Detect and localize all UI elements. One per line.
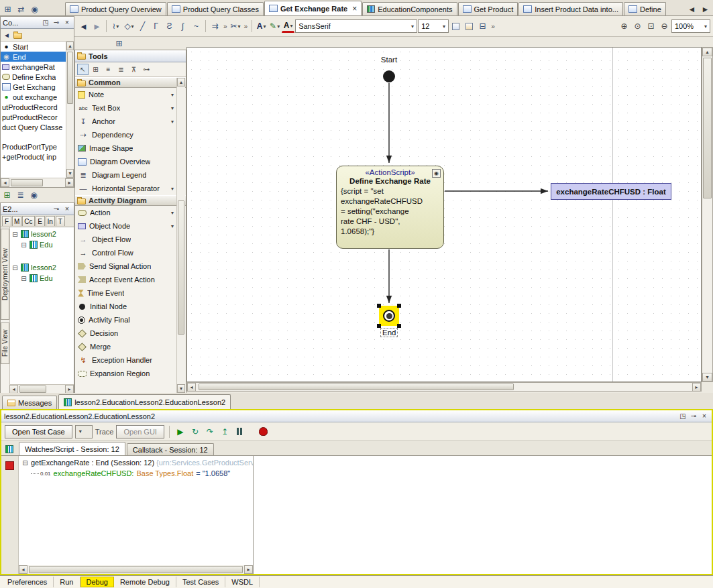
pointer-icon[interactable]: ↖ <box>77 64 89 75</box>
tool-merge[interactable]: Merge <box>75 340 186 353</box>
tab-insert-product-data[interactable]: Insert Product Data into... <box>518 2 623 15</box>
tab-define[interactable]: Define <box>624 2 666 15</box>
zoom-fit-icon[interactable]: ⊡ <box>645 20 657 33</box>
collapse-icon[interactable]: ⊟ <box>11 264 19 272</box>
tool-send-signal-action[interactable]: Send Signal Action <box>75 259 186 273</box>
folder-icon[interactable] <box>13 33 22 39</box>
distribute-icon[interactable]: ≣ <box>115 64 127 75</box>
navigate-forward-icon[interactable]: ► <box>91 20 103 33</box>
containment-item-end[interactable]: ◉ End <box>1 52 74 62</box>
scroll-left-icon[interactable]: ◂ <box>1 178 9 187</box>
tab-product-query-overview[interactable]: Product Query Overview <box>65 2 166 15</box>
organize-diagrams-icon[interactable]: ⇄ <box>15 3 28 15</box>
tool-control-flow[interactable]: → Control Flow <box>75 246 186 259</box>
model-tree-icon[interactable]: ⊞ <box>1 189 13 200</box>
containment-item-product-query-classes[interactable]: duct Query Classe <box>1 122 74 132</box>
pencil-icon[interactable]: ✎▾ <box>268 20 281 33</box>
scroll-up-icon[interactable]: ▴ <box>177 78 185 86</box>
palette-vscrollbar[interactable]: ▴ ▾ <box>176 78 185 393</box>
containment-vscrollbar[interactable]: ▴ ▾ <box>66 42 74 178</box>
dropdown-icon[interactable]: ▾ <box>171 105 174 111</box>
scroll-up-icon[interactable]: ▴ <box>702 48 712 56</box>
align-icon[interactable]: ≡ <box>103 64 114 75</box>
open-test-case-button[interactable]: Open Test Case <box>5 425 72 438</box>
containment-item-get-exchange[interactable]: Get Exchang <box>1 82 74 92</box>
explorer-hscrollbar[interactable]: ◂ ▸ <box>9 384 74 394</box>
draw-curve-icon[interactable]: ∫ <box>176 20 189 33</box>
copy-diagram-icon[interactable] <box>463 20 476 33</box>
explorer-tab-e[interactable]: E <box>36 216 45 226</box>
object-node-exchangeratechfusd[interactable]: exchangeRateCHFUSD : Float <box>551 183 671 200</box>
statusbar-remote-debug[interactable]: Remote Debug <box>114 577 176 587</box>
containment-view-icon[interactable]: ≣ <box>15 189 26 200</box>
canvas-hscrollbar[interactable]: ◂ ▸ <box>186 382 702 392</box>
tab-callstack[interactable]: Callstack - Session: 12 <box>127 443 214 455</box>
canvas-vscrollbar[interactable]: ▴ ▾ <box>702 47 713 382</box>
cut-icon[interactable]: ✂▾ <box>229 20 242 33</box>
scroll-tabs-right-icon[interactable]: ► <box>699 3 712 15</box>
dropdown-icon[interactable]: ▾ <box>171 223 174 229</box>
float-panel-icon[interactable]: ◳ <box>678 412 688 421</box>
tab-lesson2-session[interactable]: lesson2.EducationLesson2.EducationLesson… <box>58 394 231 409</box>
palette-section-activity-diagram[interactable]: Activity Diagram <box>75 195 186 206</box>
paste-diagram-icon[interactable] <box>449 20 462 33</box>
close-panel-icon[interactable]: × <box>700 412 709 421</box>
tree-item-lesson2[interactable]: ⊟ lesson2 <box>11 262 74 273</box>
close-panel-icon[interactable]: × <box>62 18 72 27</box>
pin-panel-icon[interactable]: ⊸ <box>52 18 61 27</box>
script-pane[interactable] <box>254 456 712 574</box>
pause-icon[interactable] <box>233 426 245 438</box>
scrollbar-thumb[interactable] <box>19 386 46 393</box>
overflow-icon[interactable]: » <box>244 23 248 30</box>
scroll-down-icon[interactable]: ▾ <box>702 373 712 381</box>
back-icon[interactable]: ◄ <box>2 30 11 40</box>
deployment-view-tab[interactable]: Deployment View <box>1 229 9 320</box>
scroll-down-icon[interactable]: ▾ <box>66 169 74 178</box>
scrollbar-thumb[interactable] <box>178 200 184 335</box>
statusbar-wsdl[interactable]: WSDL <box>225 577 260 587</box>
containment-hscrollbar[interactable]: ◂ ▸ <box>1 178 74 187</box>
zoom-out-icon[interactable]: ⊖ <box>658 20 671 33</box>
windows-icon[interactable]: ⊞ <box>1 3 14 15</box>
step-out-icon[interactable]: ↥ <box>219 426 231 438</box>
explorer-tab-cc[interactable]: Cc <box>22 216 34 226</box>
trace-select[interactable]: ▾ <box>75 425 93 438</box>
tool-action[interactable]: Action ▾ <box>75 206 186 219</box>
stop-debugger-icon[interactable] <box>258 426 270 438</box>
statusbar-preferences[interactable]: Preferences <box>1 577 54 587</box>
selection-handle[interactable] <box>397 304 401 308</box>
scrollbar-thumb[interactable] <box>199 384 514 390</box>
initial-node[interactable] <box>383 70 395 82</box>
tab-watches-script[interactable]: Watches/Script - Session: 12 <box>19 442 125 455</box>
collapse-icon[interactable]: ⊟ <box>11 231 19 238</box>
tool-image-shape[interactable]: Image Shape <box>75 141 186 155</box>
containment-item-inputproductrecord[interactable]: utProductRecord <box>1 102 74 112</box>
containment-item-define-exchange[interactable]: Define Excha <box>1 72 74 82</box>
palette-section-common[interactable]: Common <box>75 77 186 88</box>
containment-item-outputproductrecord[interactable]: putProductRecor <box>1 112 74 122</box>
containment-item-exchangerate[interactable]: exchangeRat <box>1 62 74 72</box>
pin-panel-icon[interactable]: ⊸ <box>52 204 61 214</box>
draw-rectilinear-icon[interactable]: Γ <box>150 20 162 33</box>
navigate-back-icon[interactable]: ◄ <box>77 20 90 33</box>
tool-object-node[interactable]: Object Node ▾ <box>75 219 186 233</box>
search-icon[interactable]: ◉ <box>28 3 41 15</box>
close-panel-icon[interactable]: × <box>62 204 72 214</box>
layout-icon[interactable]: ⊟ <box>476 20 489 33</box>
watch-tree[interactable]: ⊟ getExchangeRate : End (Session: 12) {u… <box>19 456 254 574</box>
tool-horizontal-separator[interactable]: ― Horizontal Separator ▾ <box>75 182 186 195</box>
tool-diagram-overview[interactable]: Diagram Overview <box>75 155 186 168</box>
dropdown-icon[interactable]: ▾ <box>171 119 174 125</box>
open-gui-button[interactable]: Open GUI <box>116 425 164 438</box>
order-icon[interactable]: ⊼ <box>128 64 140 75</box>
end-node-selection[interactable] <box>379 306 399 326</box>
draw-zigzag-icon[interactable]: Ƨ <box>163 20 176 33</box>
tool-object-flow[interactable]: → Object Flow <box>75 233 186 246</box>
font-size-select[interactable]: 12 ▾ <box>418 19 449 33</box>
statusbar-run[interactable]: Run <box>54 577 80 587</box>
scroll-left-icon[interactable]: ◂ <box>19 565 28 574</box>
activity-final-node[interactable] <box>383 310 395 322</box>
statusbar-test-cases[interactable]: Test Cases <box>176 577 225 587</box>
draw-line-icon[interactable]: ╱ <box>136 20 149 33</box>
related-elements-icon[interactable]: ⊞ <box>113 37 125 50</box>
